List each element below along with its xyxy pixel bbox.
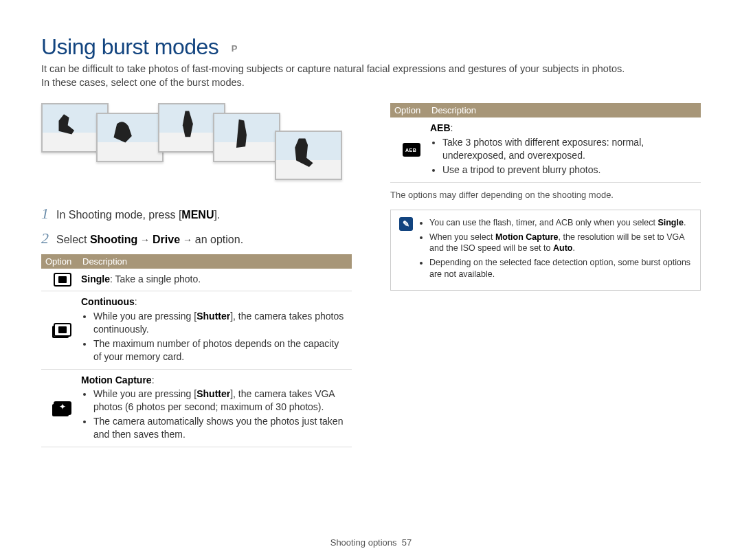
option-row-single: Single: Take a single photo.: [41, 269, 352, 291]
step-text: In Shooting mode, press [MENU].: [56, 209, 220, 221]
step-number: 1: [41, 205, 56, 223]
options-table-left: Option Description Single: Take a single…: [41, 254, 352, 447]
list-item: The camera automatically shows you the p…: [93, 415, 349, 441]
motion-capture-desc: Motion Capture: While you are pressing […: [81, 374, 349, 443]
list-item: While you are pressing [Shutter], the ca…: [93, 388, 349, 414]
option-row-aeb: AEB: Take 3 photos with different exposu…: [390, 117, 701, 183]
col-description: Description: [431, 105, 697, 115]
continuous-desc: Continuous: While you are pressing [Shut…: [81, 295, 349, 364]
footnote-text: The options may differ depending on the …: [390, 190, 701, 200]
step-text: Select Shooting → Drive → an option.: [56, 234, 243, 246]
title-text: Using burst modes: [41, 34, 218, 59]
footer-page: 57: [402, 537, 412, 548]
intro-line-2: In these cases, select one of the burst …: [41, 76, 701, 90]
page-title: Using burst modes P: [41, 34, 701, 60]
option-row-motion-capture: Motion Capture: While you are pressing […: [41, 370, 352, 447]
list-item: When you select Motion Capture, the reso…: [429, 232, 692, 255]
info-box: ✎ You can use the flash, timer, and ACB …: [390, 210, 701, 291]
step-1: 1 In Shooting mode, press [MENU].: [41, 205, 352, 223]
list-item: You can use the flash, timer, and ACB on…: [429, 217, 692, 229]
single-icon: [44, 273, 81, 287]
note-icon: ✎: [399, 217, 418, 283]
col-option: Option: [394, 105, 431, 115]
page-footer: Shooting options 57: [0, 537, 742, 548]
sample-photo-5: [275, 131, 342, 180]
step-number: 2: [41, 229, 56, 247]
aeb-icon: [393, 122, 430, 178]
motion-capture-icon: [44, 374, 81, 443]
intro-line-1: It can be difficult to take photos of fa…: [41, 63, 701, 76]
step-2: 2 Select Shooting → Drive → an option.: [41, 229, 352, 247]
list-item: The maximum number of photos depends on …: [93, 337, 349, 363]
right-column: Option Description AEB: Take 3 photos wi…: [390, 103, 701, 447]
col-description: Description: [82, 256, 348, 267]
info-body: You can use the flash, timer, and ACB on…: [418, 217, 692, 283]
list-item: Depending on the selected face detection…: [429, 257, 692, 280]
list-item: Take 3 photos with different exposures: …: [442, 136, 698, 162]
left-column: 1 In Shooting mode, press [MENU]. 2 Sele…: [41, 103, 352, 447]
mode-tag: P: [232, 43, 237, 54]
options-table-right: Option Description AEB: Take 3 photos wi…: [390, 103, 701, 183]
intro-text: It can be difficult to take photos of fa…: [41, 63, 701, 89]
sample-photo-2: [96, 113, 164, 162]
continuous-icon: [44, 295, 81, 364]
aeb-desc: AEB: Take 3 photos with different exposu…: [430, 122, 698, 178]
footer-section: Shooting options: [330, 537, 397, 548]
col-option: Option: [45, 256, 82, 267]
option-row-continuous: Continuous: While you are pressing [Shut…: [41, 291, 352, 369]
list-item: Use a tripod to prevent blurry photos.: [442, 164, 698, 177]
steps-list: 1 In Shooting mode, press [MENU]. 2 Sele…: [41, 205, 352, 247]
sample-photo-strip: [41, 103, 352, 192]
column-wrap: 1 In Shooting mode, press [MENU]. 2 Sele…: [41, 103, 701, 447]
list-item: While you are pressing [Shutter], the ca…: [93, 310, 349, 336]
sample-photo-4: [213, 113, 280, 162]
table-header: Option Description: [41, 254, 352, 269]
table-header: Option Description: [390, 103, 701, 117]
single-desc: Single: Take a single photo.: [81, 273, 349, 287]
